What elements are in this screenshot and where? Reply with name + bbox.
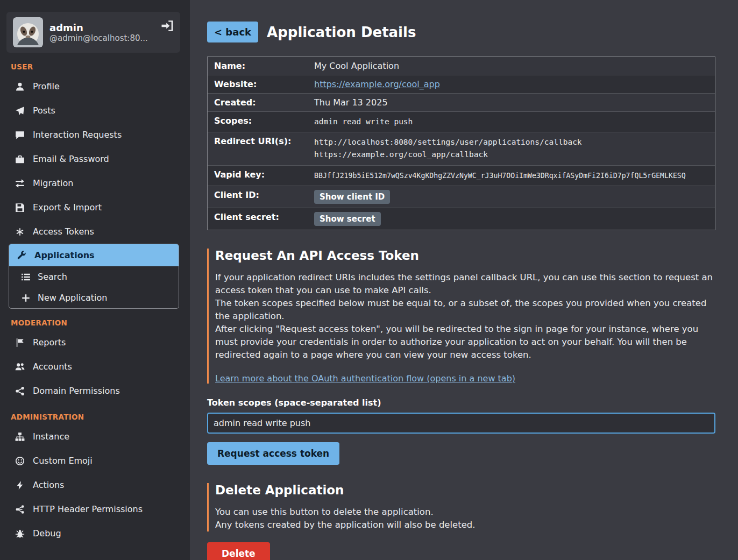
sidebar-item-label: Accounts [33, 361, 72, 372]
flag-icon [15, 338, 25, 348]
briefcase-icon [15, 154, 25, 164]
sidebar-item-label: Actions [33, 479, 64, 491]
sidebar-item-http-header-permissions[interactable]: HTTP Header Permissions [0, 497, 186, 521]
asterisk-icon [15, 227, 25, 237]
table-row-vapid-key: Vapid key: BBJffJ219b5iE512m7wQSzv4KgKDh… [208, 166, 715, 187]
sidebar-item-label: Domain Permissions [33, 385, 120, 396]
redirect-uri: http://localhost:8080/settings/user/appl… [314, 136, 711, 148]
website-link[interactable]: https://example.org/cool_app [314, 79, 440, 89]
row-label: Name: [208, 57, 310, 75]
users-icon [15, 362, 25, 372]
sidebar-item-applications-new[interactable]: New Application [9, 287, 179, 308]
back-button[interactable]: < back [207, 22, 258, 42]
sidebar-item-accounts[interactable]: Accounts [0, 355, 186, 379]
show-secret-button[interactable]: Show secret [314, 212, 381, 226]
token-scopes-form: Token scopes (space-separated list) Requ… [207, 398, 715, 465]
delete-button[interactable]: Delete [207, 542, 270, 560]
oauth-docs-link[interactable]: Learn more about the OAuth authenticatio… [215, 373, 515, 384]
sidebar-item-profile[interactable]: Profile [0, 74, 186, 98]
sidebar-item-label: Reports [33, 337, 66, 348]
row-label: Vapid key: [208, 166, 310, 183]
sidebar-item-applications-search[interactable]: Search [9, 266, 179, 287]
token-scopes-input[interactable] [207, 413, 715, 434]
table-row-scopes: Scopes: admin read write push [208, 112, 715, 132]
sidebar-item-actions[interactable]: Actions [0, 473, 186, 497]
sidebar-item-domain-permissions[interactable]: Domain Permissions [0, 379, 186, 403]
bolt-icon [15, 480, 25, 490]
sidebar-item-posts[interactable]: Posts [0, 98, 186, 123]
main-content: < back Application Details Name: My Cool… [190, 0, 738, 560]
request-token-paragraph: After clicking "Request access token", y… [215, 323, 715, 361]
sidebar-item-label: Custom Emoji [33, 455, 93, 466]
delete-application-title: Delete Application [215, 483, 715, 497]
table-row-client-id: Client ID: Show client ID [208, 186, 715, 208]
request-token-paragraph: If your application redirect URIs includ… [215, 271, 715, 297]
table-row-name: Name: My Cool Application [208, 57, 715, 75]
app-name-value: My Cool Application [310, 57, 715, 75]
sidebar-item-custom-emoji[interactable]: Custom Emoji [0, 449, 186, 473]
table-row-created: Created: Thu Mar 13 2025 [208, 94, 715, 112]
sidebar-section-moderation: MODERATION [11, 318, 177, 327]
request-token-title: Request An API Access Token [215, 249, 715, 263]
request-token-paragraph: The token scopes specified below must be… [215, 297, 715, 323]
sidebar-item-label: New Application [38, 293, 107, 303]
scopes-value: admin read write push [310, 112, 715, 132]
vapid-key-value: BBJffJ219b5iE512m7wQSzv4KgKDhgZZVzNyWC_r… [310, 166, 715, 186]
row-label: Scopes: [208, 112, 310, 130]
sidebar-item-interaction-requests[interactable]: Interaction Requests [0, 123, 186, 147]
user-name: admin [49, 22, 154, 33]
sidebar: admin @admin@localhost:80... USER Profil… [0, 0, 190, 560]
sidebar-item-label: Export & Import [33, 202, 102, 213]
sidebar-item-migration[interactable]: Migration [0, 171, 186, 195]
delete-info-line: Any tokens created by the application wi… [215, 519, 715, 531]
table-row-website: Website: https://example.org/cool_app [208, 75, 715, 94]
sidebar-item-label: Posts [33, 105, 55, 116]
comment-icon [15, 130, 25, 140]
created-value: Thu Mar 13 2025 [310, 94, 715, 111]
user-card[interactable]: admin @admin@localhost:80... [6, 12, 180, 53]
page-header: < back Application Details [207, 22, 715, 42]
row-label: Client secret: [208, 208, 310, 226]
smiley-icon [15, 456, 25, 466]
network-nodes-icon [15, 505, 25, 514]
row-label: Client ID: [208, 186, 310, 204]
sidebar-item-export-import[interactable]: Export & Import [0, 195, 186, 219]
delete-application-section: Delete Application You can use this butt… [207, 483, 715, 531]
sidebar-item-debug[interactable]: Debug [0, 521, 186, 545]
sidebar-item-applications[interactable]: Applications [9, 244, 179, 266]
bug-icon [15, 529, 25, 538]
avatar [13, 17, 43, 47]
sidebar-item-label: Access Tokens [33, 226, 94, 237]
sidebar-item-email-password[interactable]: Email & Password [0, 147, 186, 171]
redirect-uri: https://example.org/cool_app/callback [314, 148, 711, 161]
plus-icon [21, 293, 31, 303]
sidebar-item-label: Instance [33, 431, 69, 442]
row-label: Created: [208, 94, 310, 111]
application-details-table: Name: My Cool Application Website: https… [207, 56, 715, 230]
applications-group: Applications Search New Application [9, 244, 179, 309]
wrench-icon [17, 251, 26, 260]
row-label: Redirect URI(s): [208, 132, 310, 150]
table-row-client-secret: Client secret: Show secret [208, 208, 715, 230]
logout-icon[interactable] [161, 19, 174, 32]
user-icon [15, 82, 25, 91]
sidebar-item-instance[interactable]: Instance [0, 424, 186, 449]
token-scopes-label: Token scopes (space-separated list) [207, 398, 715, 408]
row-label: Website: [208, 75, 310, 93]
sidebar-item-access-tokens[interactable]: Access Tokens [0, 219, 186, 244]
sidebar-item-label: Email & Password [33, 153, 109, 165]
table-row-redirect-uris: Redirect URI(s): http://localhost:8080/s… [208, 132, 715, 165]
request-access-token-button[interactable]: Request access token [207, 442, 339, 465]
sidebar-section-user: USER [11, 62, 177, 71]
sidebar-item-label: Profile [33, 81, 60, 92]
sidebar-item-label: Search [38, 272, 67, 282]
delete-info-line: You can use this button to delete the ap… [215, 506, 715, 519]
user-handle: @admin@localhost:80... [49, 33, 154, 43]
sidebar-item-reports[interactable]: Reports [0, 330, 186, 355]
show-client-id-button[interactable]: Show client ID [314, 190, 390, 204]
sitemap-icon [15, 432, 25, 442]
exchange-arrows-icon [15, 179, 25, 188]
request-token-section: Request An API Access Token If your appl… [207, 249, 715, 383]
sidebar-item-label: Interaction Requests [33, 129, 122, 140]
list-icon [21, 272, 31, 282]
